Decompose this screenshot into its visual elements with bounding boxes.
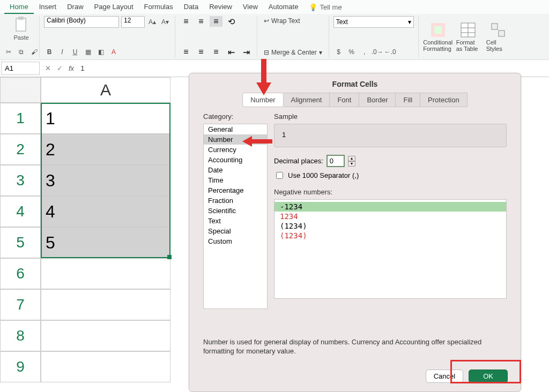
wrap-merge-group: ↩ Wrap Text ⊟ Merge & Center ▾ xyxy=(257,16,329,57)
tab-automate[interactable]: Automate xyxy=(263,1,304,14)
cell-styles-button[interactable]: Cell Styles xyxy=(483,16,513,57)
bold-button[interactable]: B xyxy=(44,47,55,57)
select-all-corner[interactable] xyxy=(0,77,41,103)
category-item[interactable]: Scientific xyxy=(204,206,267,216)
row-header[interactable]: 3 xyxy=(0,165,41,196)
wrap-text-label: Wrap Text xyxy=(271,17,300,25)
tab-formulas[interactable]: Formulas xyxy=(139,1,179,14)
row-header[interactable]: 5 xyxy=(0,227,41,258)
cut-icon[interactable]: ✂ xyxy=(3,47,14,57)
decimal-places-input[interactable] xyxy=(327,155,345,167)
format-painter-icon[interactable]: 🖌 xyxy=(29,47,40,57)
font-name-select[interactable]: Calibri (Body) xyxy=(44,16,119,28)
comma-button[interactable]: , xyxy=(359,47,370,57)
currency-button[interactable]: $ xyxy=(333,47,344,57)
table-icon xyxy=(460,22,476,38)
align-bottom-icon[interactable]: ≡ xyxy=(210,16,222,27)
row-header[interactable]: 2 xyxy=(0,134,41,165)
merge-center-button[interactable]: ⊟ Merge & Center ▾ xyxy=(262,48,324,57)
category-item[interactable]: General xyxy=(204,124,267,134)
cell[interactable]: 4 xyxy=(41,196,170,227)
tab-insert[interactable]: Insert xyxy=(34,1,62,14)
tab-home[interactable]: Home xyxy=(4,1,34,14)
orientation-icon[interactable]: ⟲ xyxy=(225,16,238,27)
category-item[interactable]: Text xyxy=(204,216,267,226)
border-button[interactable]: ▦ xyxy=(83,47,93,57)
wrap-text-button[interactable]: ↩ Wrap Text xyxy=(262,16,324,26)
negative-numbers-list[interactable]: -12341234(1234)(1234) xyxy=(274,199,507,299)
tab-draw[interactable]: Draw xyxy=(62,1,88,14)
align-top-icon[interactable]: ≡ xyxy=(180,16,192,27)
align-left-icon[interactable]: ≡ xyxy=(180,47,192,57)
italic-button[interactable]: I xyxy=(57,47,68,57)
copy-icon[interactable]: ⧉ xyxy=(16,47,27,57)
increase-font-icon[interactable]: A▴ xyxy=(147,17,158,27)
decrease-indent-icon[interactable]: ⇤ xyxy=(225,47,238,57)
styles-group: Conditional Formatting Format as Table C… xyxy=(419,16,517,57)
row-header[interactable]: 6 xyxy=(0,258,41,289)
row-header[interactable]: 1 xyxy=(0,103,41,134)
cancel-formula-icon[interactable]: ✕ xyxy=(42,64,54,72)
thousand-separator-checkbox[interactable] xyxy=(276,172,283,179)
dialog-tab-border[interactable]: Border xyxy=(359,93,396,107)
increase-decimal-icon[interactable]: .0→ xyxy=(372,47,383,57)
row-header[interactable]: 9 xyxy=(0,351,41,382)
align-middle-icon[interactable]: ≡ xyxy=(195,16,207,27)
tab-view[interactable]: View xyxy=(238,1,263,14)
cell[interactable]: 3 xyxy=(41,165,170,196)
category-item[interactable]: Fraction xyxy=(204,195,267,206)
category-item[interactable]: Custom xyxy=(204,236,267,246)
enter-formula-icon[interactable]: ✓ xyxy=(54,64,65,72)
decrease-font-icon[interactable]: A▾ xyxy=(160,17,170,27)
cell[interactable] xyxy=(41,351,170,382)
percent-button[interactable]: % xyxy=(346,47,357,57)
font-color-button[interactable]: A xyxy=(108,47,119,57)
align-center-icon[interactable]: ≡ xyxy=(195,47,207,57)
fx-icon[interactable]: fx xyxy=(65,64,77,72)
dialog-tab-alignment[interactable]: Alignment xyxy=(284,93,330,107)
formula-value[interactable]: 1 xyxy=(77,64,87,72)
category-item[interactable]: Percentage xyxy=(204,185,267,195)
number-format-select[interactable]: Text ▾ xyxy=(333,16,414,28)
font-size-select[interactable]: 12 xyxy=(121,16,145,28)
increase-indent-icon[interactable]: ⇥ xyxy=(240,47,253,57)
cell[interactable] xyxy=(41,289,170,320)
negative-item[interactable]: -1234 xyxy=(274,202,506,212)
cell[interactable]: 5 xyxy=(41,227,170,258)
align-right-icon[interactable]: ≡ xyxy=(210,47,222,57)
negative-item[interactable]: 1234 xyxy=(274,212,506,221)
decimal-places-label: Decimal places: xyxy=(274,157,323,165)
category-item[interactable]: Accounting xyxy=(204,155,267,165)
cell[interactable]: 2 xyxy=(41,134,170,165)
row-header[interactable]: 7 xyxy=(0,289,41,320)
negative-item[interactable]: (1234) xyxy=(274,231,506,240)
name-box[interactable]: A1 xyxy=(1,62,40,75)
tab-data[interactable]: Data xyxy=(179,1,204,14)
fill-color-button[interactable]: ◧ xyxy=(95,47,106,57)
format-as-table-button[interactable]: Format as Table xyxy=(453,16,483,57)
decimal-stepper[interactable]: ▴ ▾ xyxy=(348,156,355,167)
cell[interactable] xyxy=(41,258,170,289)
stepper-up-icon[interactable]: ▴ xyxy=(348,156,355,161)
category-item[interactable]: Special xyxy=(204,226,267,236)
tab-page-layout[interactable]: Page Layout xyxy=(89,1,139,14)
cell[interactable]: 1 xyxy=(41,103,170,134)
tab-review[interactable]: Review xyxy=(204,1,238,14)
category-item[interactable]: Date xyxy=(204,165,267,175)
row-header[interactable]: 8 xyxy=(0,320,41,351)
dialog-tab-protection[interactable]: Protection xyxy=(420,93,468,107)
stepper-down-icon[interactable]: ▾ xyxy=(348,161,355,167)
paste-button[interactable]: Paste xyxy=(13,16,28,41)
dialog-tab-fill[interactable]: Fill xyxy=(396,93,420,107)
row-header[interactable]: 4 xyxy=(0,196,41,227)
cell[interactable] xyxy=(41,320,170,351)
tell-me[interactable]: 💡 Tell me xyxy=(303,1,347,14)
dialog-tab-font[interactable]: Font xyxy=(330,93,359,107)
conditional-formatting-button[interactable]: Conditional Formatting xyxy=(423,16,453,57)
category-item[interactable]: Time xyxy=(204,175,267,185)
column-header-a[interactable]: A xyxy=(41,77,170,103)
decrease-decimal-icon[interactable]: ←.0 xyxy=(385,47,396,57)
underline-button[interactable]: U xyxy=(70,47,80,57)
negative-item[interactable]: (1234) xyxy=(274,221,506,231)
category-list[interactable]: GeneralNumberCurrencyAccountingDateTimeP… xyxy=(203,124,268,309)
